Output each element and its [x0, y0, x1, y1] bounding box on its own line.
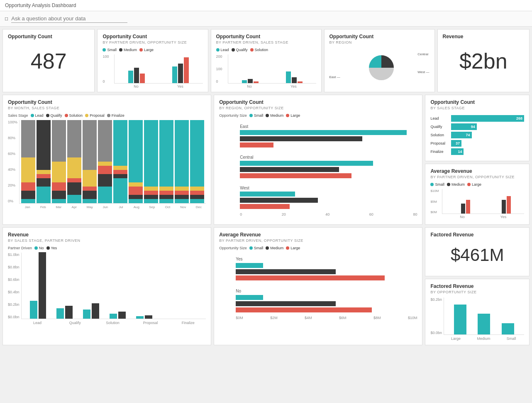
- revenue-value: $2bn: [443, 40, 524, 82]
- month-title: Opportunity Count: [8, 99, 206, 105]
- legend-item: Finalize: [107, 113, 124, 118]
- revenue-card: Revenue $2bn: [437, 29, 530, 92]
- avg-rev-title: Average Revenue: [430, 168, 524, 174]
- legend-item: Yes: [46, 246, 57, 250]
- avg-rev-horiz-legend: Opportunity Size Small Medium Large: [219, 246, 417, 250]
- card4-title: Opportunity Count: [329, 34, 430, 39]
- avg-rev-card: Average Revenue BY PARTNER DRIVEN, OPPOR…: [425, 164, 530, 225]
- card3-subtitle: BY PARTNER DRIVEN, SALES STAGE: [216, 40, 316, 44]
- factored-rev-big-card: Factored Revenue $461M: [425, 227, 530, 276]
- region-size-subtitle: BY REGION, OPPORTUNITY SIZE: [219, 106, 417, 110]
- region-horiz-chart: East Central: [219, 120, 417, 216]
- factored-rev-size-subtitle: BY OPPORTUNITY SIZE: [430, 290, 524, 294]
- card3-chart: 2001000 NoYes: [216, 54, 316, 88]
- card3-title: Opportunity Count: [216, 34, 316, 39]
- small-dot: [102, 48, 106, 52]
- legend-item: Proposal: [85, 113, 105, 118]
- dashboard: Opportunity Count 487 Opportunity Count …: [0, 27, 532, 348]
- west-bars: West: [240, 186, 417, 209]
- legend-item: Small: [249, 113, 264, 118]
- legend-item: Qualify: [46, 113, 62, 118]
- legend-item: Small: [430, 182, 444, 187]
- avg-rev-horiz-subtitle: BY PARTNER DRIVEN, OPPORTUNITY SIZE: [219, 238, 417, 243]
- month-legend: Sales Stage Lead Qualify Solution Propos…: [8, 113, 206, 118]
- card2-subtitle: BY PARTNER DRIVEN, OPPORTUNITY SIZE: [102, 40, 203, 44]
- large-dot: [139, 48, 143, 52]
- row2-right-col: Opportunity Count BY SALES STAGE Lead 26…: [425, 95, 530, 225]
- central-bars: Central: [240, 155, 417, 178]
- lead-dot: [216, 48, 220, 52]
- legend-item: No: [34, 246, 44, 250]
- region-size-legend: Opportunity Size Small Medium Large: [219, 113, 417, 118]
- legend-item: Large: [286, 113, 300, 118]
- legend-item: Large: [139, 48, 154, 52]
- row2: Opportunity Count BY MONTH, SALES STAGE …: [2, 95, 530, 225]
- legend-item: Sales Stage: [8, 113, 28, 118]
- solution-dot: [250, 48, 254, 52]
- legend-item: Small: [102, 48, 117, 52]
- opp-count-partner-stage-card: Opportunity Count BY PARTNER DRIVEN, SAL…: [211, 29, 322, 92]
- legend-item: Medium: [119, 48, 137, 52]
- row3: Revenue BY SALES STAGE, PARTNER DRIVEN P…: [2, 227, 530, 345]
- app-title: Opportunity Analysis Dashboard: [5, 2, 76, 8]
- card4-subtitle: BY REGION: [329, 40, 430, 44]
- region-size-title: Opportunity Count: [219, 99, 417, 105]
- opp-count-value: 487: [8, 40, 89, 82]
- rev-stage-chart: $1.0bn$0.8bn$0.6bn$0.4bn$0.2bn$0.0bn: [8, 253, 206, 319]
- card2-chart: 1000 NoYes: [102, 54, 203, 88]
- rev-stage-card: Revenue BY SALES STAGE, PARTNER DRIVEN P…: [2, 227, 211, 345]
- card3-legend: Lead Qualify Solution: [216, 48, 316, 52]
- avg-rev-chart: $10M$5M$0M: [430, 189, 524, 220]
- qa-input[interactable]: [11, 15, 127, 23]
- legend-item: Medium: [266, 246, 283, 250]
- factored-rev-size-card: Factored Revenue BY OPPORTUNITY SIZE $0.…: [425, 279, 530, 345]
- row1: Opportunity Count 487 Opportunity Count …: [2, 29, 530, 92]
- legend-item: Medium: [447, 182, 465, 187]
- factored-rev-big-value: $461M: [430, 238, 524, 272]
- legend-item: Small: [249, 246, 264, 250]
- qa-icon: □: [5, 16, 8, 22]
- stage-title: Opportunity Count: [430, 99, 524, 105]
- opp-count-title: Opportunity Count: [8, 34, 89, 39]
- legend-item: Solution: [65, 113, 83, 118]
- avg-rev-horiz-title: Average Revenue: [219, 232, 417, 238]
- rev-stage-legend: Partner Driven No Yes: [8, 246, 206, 250]
- stage-subtitle: BY SALES STAGE: [430, 106, 524, 110]
- pie-chart: Central West — East —: [329, 48, 430, 85]
- legend-item: Lead: [31, 113, 44, 118]
- legend-item: Lead: [216, 48, 229, 52]
- factored-x-labels: Large Medium Small: [430, 337, 524, 341]
- card2-title: Opportunity Count: [102, 34, 203, 39]
- opp-count-region-size-card: Opportunity Count BY REGION, OPPORTUNITY…: [214, 95, 422, 225]
- no-bars: No: [236, 289, 417, 312]
- row3-right-col: Factored Revenue $461M Factored Revenue …: [425, 227, 530, 345]
- avg-rev-horiz-card: Average Revenue BY PARTNER DRIVEN, OPPOR…: [214, 227, 422, 345]
- stacked-chart-container: 100%80%60%40%20%0%: [8, 120, 206, 204]
- east-bars: East: [240, 124, 417, 147]
- qa-bar: □: [0, 11, 532, 27]
- legend-item: Qualify: [232, 48, 248, 52]
- legend-item: Large: [286, 246, 300, 250]
- legend-item: Opportunity Size: [219, 113, 247, 118]
- opp-count-partner-size-card: Opportunity Count BY PARTNER DRIVEN, OPP…: [97, 29, 208, 92]
- sales-stage-bars: Lead 268 Qualify 94: [430, 113, 524, 157]
- avg-rev-legend: Small Medium Large: [430, 182, 524, 187]
- rev-stage-x-labels: Lead Qualify Solution Proposal Finalize: [8, 321, 206, 325]
- legend-item: Large: [467, 182, 481, 187]
- month-subtitle: BY MONTH, SALES STAGE: [8, 106, 206, 110]
- opp-count-month-card: Opportunity Count BY MONTH, SALES STAGE …: [2, 95, 211, 225]
- opp-count-stage-card: Opportunity Count BY SALES STAGE Lead 26…: [425, 95, 530, 161]
- opp-count-region-card: Opportunity Count BY REGION Central West…: [324, 29, 435, 92]
- factored-rev-big-title: Factored Revenue: [430, 232, 524, 238]
- avg-rev-subtitle: BY PARTNER DRIVEN, OPPORTUNITY SIZE: [430, 175, 524, 179]
- medium-dot: [119, 48, 122, 52]
- card2-legend: Small Medium Large: [102, 48, 203, 52]
- factored-bar-chart: $0.2bn$0.0bn: [430, 297, 524, 335]
- qualify-dot: [232, 48, 235, 52]
- legend-item: Medium: [266, 113, 283, 118]
- rev-stage-title: Revenue: [8, 232, 206, 238]
- opp-count-card: Opportunity Count 487: [2, 29, 95, 92]
- rev-stage-subtitle: BY SALES STAGE, PARTNER DRIVEN: [8, 238, 206, 243]
- factored-rev-size-title: Factored Revenue: [430, 283, 524, 289]
- revenue-title: Revenue: [443, 34, 524, 39]
